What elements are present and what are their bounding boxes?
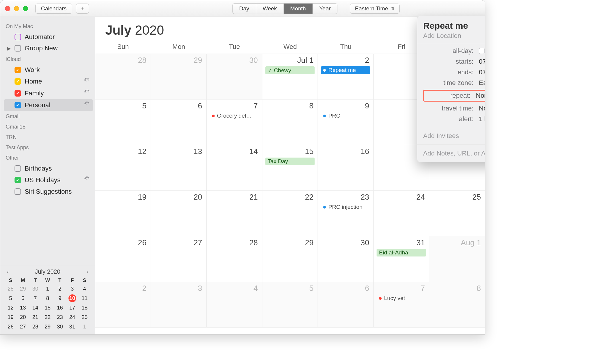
view-month[interactable]: Month xyxy=(284,4,313,14)
event-chip[interactable]: ✓ Chewy xyxy=(265,66,315,74)
mini-day[interactable]: 30 xyxy=(54,322,66,331)
day-cell[interactable]: 2Repeat me xyxy=(318,54,374,100)
mini-day[interactable]: 17 xyxy=(66,303,79,312)
day-cell[interactable]: 21 xyxy=(207,191,262,236)
mini-day[interactable]: 28 xyxy=(4,284,17,294)
mini-day[interactable]: 30 xyxy=(29,284,42,294)
event-location-field[interactable]: Add Location xyxy=(423,32,485,40)
sidebar-item[interactable]: ✓US Holidays xyxy=(4,174,93,186)
sidebar-item[interactable]: ✓Personal xyxy=(4,99,93,111)
mini-day[interactable]: 16 xyxy=(54,303,66,312)
mini-day[interactable]: 14 xyxy=(29,303,42,312)
mini-day[interactable]: 6 xyxy=(17,294,29,303)
day-cell[interactable]: 24 xyxy=(374,191,429,236)
mini-day[interactable]: 22 xyxy=(42,312,54,322)
mini-day[interactable]: 21 xyxy=(29,312,42,322)
mini-day[interactable]: 1 xyxy=(78,322,91,331)
calendar-box-icon[interactable] xyxy=(15,34,21,40)
day-cell[interactable]: 19 xyxy=(95,191,151,236)
day-cell[interactable]: 30 xyxy=(207,54,262,100)
day-cell[interactable]: 7Grocery del… xyxy=(207,100,262,145)
sidebar-item[interactable]: Birthdays xyxy=(4,163,93,174)
day-cell[interactable]: 5 xyxy=(262,282,318,328)
event-chip[interactable]: Tax Day xyxy=(265,158,315,165)
day-cell[interactable]: 22 xyxy=(262,191,318,236)
mini-day[interactable]: 18 xyxy=(78,303,91,312)
mini-next-button[interactable]: › xyxy=(85,268,90,275)
mini-day[interactable]: 2 xyxy=(54,284,66,294)
day-cell[interactable]: 20 xyxy=(151,191,207,236)
event-chip[interactable]: PRC injection xyxy=(321,203,370,211)
mini-day[interactable]: 11 xyxy=(78,294,91,303)
mini-day[interactable]: 4 xyxy=(78,284,91,294)
mini-day[interactable]: 9 xyxy=(54,294,66,303)
day-cell[interactable]: 23PRC injection xyxy=(318,191,374,236)
mini-day[interactable]: 31 xyxy=(66,322,79,331)
day-cell[interactable]: 29 xyxy=(262,236,318,282)
day-cell[interactable]: 12 xyxy=(95,145,151,191)
mini-day[interactable]: 29 xyxy=(42,322,54,331)
day-cell[interactable]: 2 xyxy=(95,282,151,328)
mini-day[interactable]: 26 xyxy=(4,322,17,331)
event-chip[interactable]: PRC xyxy=(321,112,370,120)
mini-day[interactable]: 8 xyxy=(42,294,54,303)
event-chip[interactable]: Eid al-Adha xyxy=(377,249,426,256)
calendar-checkbox-icon[interactable]: ✓ xyxy=(15,78,21,85)
day-cell[interactable]: 16 xyxy=(318,145,374,191)
mini-calendar-grid[interactable]: SMTWTFS 28293012345678910111213141516171… xyxy=(4,277,91,331)
day-cell[interactable]: 26 xyxy=(95,236,151,282)
mini-day[interactable]: 5 xyxy=(4,294,17,303)
repeat-value[interactable]: None xyxy=(476,92,485,100)
sidebar-item[interactable]: ▶Group New xyxy=(4,43,93,54)
day-cell[interactable]: 8 xyxy=(429,282,485,328)
mini-day[interactable]: 1 xyxy=(42,284,54,294)
day-cell[interactable]: 15Tax Day xyxy=(262,145,318,191)
day-cell[interactable]: Jul 1✓ Chewy xyxy=(262,54,318,100)
minimize-icon[interactable] xyxy=(14,6,19,11)
mini-day[interactable]: 13 xyxy=(17,303,29,312)
mini-day[interactable]: 15 xyxy=(42,303,54,312)
mini-day[interactable]: 3 xyxy=(66,284,79,294)
calendar-checkbox-icon[interactable]: ✓ xyxy=(15,177,21,183)
calendar-checkbox-icon[interactable]: ✓ xyxy=(15,102,21,108)
calendars-button[interactable]: Calendars xyxy=(35,4,72,14)
ends-date[interactable]: 07/02/2020 xyxy=(479,68,485,76)
day-cell[interactable]: 6 xyxy=(151,100,207,145)
mini-day[interactable]: 25 xyxy=(78,312,91,322)
day-cell[interactable]: 4 xyxy=(207,282,262,328)
allday-checkbox[interactable] xyxy=(479,48,485,54)
mini-prev-button[interactable]: ‹ xyxy=(5,268,11,275)
sidebar-item[interactable]: Siri Suggestions xyxy=(4,186,93,197)
mini-day[interactable]: 23 xyxy=(54,312,66,322)
day-cell[interactable]: 6 xyxy=(318,282,374,328)
day-cell[interactable]: 9PRC xyxy=(318,100,374,145)
day-cell[interactable]: 28 xyxy=(95,54,151,100)
mini-day[interactable]: 10 xyxy=(66,294,79,303)
mini-day[interactable]: 24 xyxy=(66,312,79,322)
sidebar-list[interactable]: On My MacAutomator▶Group NewiCloud✓Work✓… xyxy=(0,17,95,265)
day-cell[interactable]: 30 xyxy=(318,236,374,282)
day-cell[interactable]: 5 xyxy=(95,100,151,145)
sidebar-item[interactable]: ✓Family xyxy=(4,87,93,99)
view-week[interactable]: Week xyxy=(256,4,284,14)
add-event-button[interactable]: ＋ xyxy=(76,4,89,14)
sidebar-item[interactable]: ✓Home xyxy=(4,76,93,87)
mini-day[interactable]: 29 xyxy=(17,284,29,294)
event-title[interactable]: Repeat me xyxy=(423,21,485,31)
close-icon[interactable] xyxy=(5,6,10,11)
mini-day[interactable]: 7 xyxy=(29,294,42,303)
travel-value[interactable]: None xyxy=(479,105,485,112)
calendar-box-icon[interactable] xyxy=(15,165,21,172)
event-chip[interactable]: Lucy vet xyxy=(377,294,426,302)
view-day[interactable]: Day xyxy=(233,4,256,14)
sidebar-item[interactable]: Automator xyxy=(4,31,93,43)
sidebar-item[interactable]: ✓Work xyxy=(4,64,93,76)
view-year[interactable]: Year xyxy=(313,4,337,14)
day-cell[interactable]: 28 xyxy=(207,236,262,282)
mini-day[interactable]: 12 xyxy=(4,303,17,312)
day-cell[interactable]: 14 xyxy=(207,145,262,191)
day-cell[interactable]: 7Lucy vet xyxy=(374,282,429,328)
calendar-checkbox-icon[interactable]: ✓ xyxy=(15,90,21,97)
mini-day[interactable]: 19 xyxy=(4,312,17,322)
mini-day[interactable]: 28 xyxy=(29,322,42,331)
